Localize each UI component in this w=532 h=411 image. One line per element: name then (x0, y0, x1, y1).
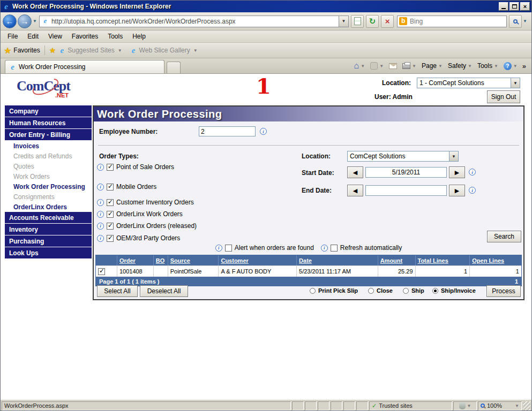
employee-number-input[interactable] (199, 126, 256, 136)
add-favorite-icon[interactable]: ★ (49, 46, 56, 55)
column-open-lines[interactable]: Open Lines (470, 255, 521, 265)
new-tab-button[interactable] (167, 62, 181, 73)
info-icon[interactable]: i (97, 211, 104, 218)
column-total-lines[interactable]: Total Lines (416, 255, 470, 265)
info-icon[interactable]: i (469, 169, 476, 176)
radio-close[interactable] (368, 288, 374, 294)
checkbox-customer-inventory-orders[interactable] (107, 199, 114, 206)
sidebar-item-accounts-receivable[interactable]: Accounts Receivable (5, 212, 92, 223)
radio-print-pick-slip[interactable] (310, 288, 316, 294)
info-icon[interactable]: i (215, 245, 222, 252)
sidebar-item-work-order-processing[interactable]: Work Order Processing (5, 181, 92, 192)
info-icon[interactable]: i (97, 199, 104, 206)
feeds-button[interactable]: ▼ (368, 60, 386, 72)
tab-work-order-processing[interactable]: e Work Order Processing (5, 60, 164, 73)
menu-favorites[interactable]: Favorites (67, 31, 103, 42)
radio-ship-invoice[interactable] (432, 288, 438, 294)
refresh-button[interactable]: ↻ (366, 15, 379, 28)
info-icon[interactable]: i (469, 187, 476, 194)
print-button[interactable]: ▼ (400, 60, 419, 72)
compatibility-view-button[interactable] (351, 15, 364, 28)
stop-button[interactable]: × (381, 15, 394, 28)
recent-pages-dropdown-icon[interactable]: ▼ (33, 19, 37, 24)
info-icon[interactable]: i (97, 235, 104, 242)
checkbox-mobile-orders[interactable] (107, 184, 114, 191)
column-amount[interactable]: Amount (378, 255, 416, 265)
sidebar-item-order-entry-billing[interactable]: Order Entry - Billing (5, 129, 92, 140)
sidebar-item-consignments[interactable]: Consignments (5, 192, 92, 202)
process-button[interactable]: Process (486, 285, 521, 297)
minimize-button[interactable] (499, 2, 508, 11)
suggested-sites-button[interactable]: Suggested Sites (68, 47, 114, 54)
info-icon[interactable]: i (260, 128, 267, 135)
table-row[interactable]: 1001408 PointOfSale A & F AUTO BODY 5/23… (96, 265, 521, 277)
page-menu[interactable]: Page▼ (419, 60, 445, 72)
back-button[interactable]: ← (3, 14, 17, 28)
checkbox-alert-when-orders-found[interactable] (225, 245, 232, 252)
end-date-input[interactable] (365, 185, 447, 196)
end-date-prev-button[interactable]: ◀ (347, 185, 363, 196)
column-customer[interactable]: Customer (219, 255, 297, 265)
sidebar-item-human-resources[interactable]: Human Resources (5, 117, 92, 128)
end-date-next-button[interactable]: ▶ (449, 185, 465, 196)
search-button[interactable]: Search (487, 231, 521, 242)
filter-location-select[interactable]: ComCept Solutions ▼ (347, 151, 459, 162)
close-button[interactable]: × (520, 2, 530, 11)
checkbox-refresh-automatically[interactable] (331, 245, 338, 252)
web-slice-gallery-button[interactable]: Web Slice Gallery (139, 47, 190, 54)
web-slice-dropdown-icon[interactable]: ▼ (193, 48, 198, 53)
pager-page-number[interactable]: 1 (515, 278, 518, 285)
read-mail-button[interactable] (386, 60, 400, 72)
start-date-input[interactable] (365, 167, 447, 178)
security-zone[interactable]: ✓ Trusted sites (369, 401, 452, 410)
info-icon[interactable]: i (97, 164, 104, 171)
menu-tools[interactable]: Tools (103, 31, 128, 42)
column-order[interactable]: Order (117, 255, 154, 265)
sidebar-item-look-ups[interactable]: Look Ups (5, 247, 92, 258)
checkbox-oem-3rd-party-orders[interactable] (107, 235, 114, 242)
sign-out-button[interactable]: Sign Out (487, 90, 520, 103)
forward-button[interactable]: → (18, 14, 32, 28)
sidebar-item-purchasing[interactable]: Purchasing (5, 235, 92, 247)
checkbox-orderlinx-work-orders[interactable] (107, 211, 114, 218)
help-button[interactable]: ?▼ (501, 60, 520, 72)
start-date-next-button[interactable]: ▶ (449, 166, 465, 178)
column-source[interactable]: Source (168, 255, 219, 265)
start-date-prev-button[interactable]: ◀ (347, 166, 363, 178)
safety-menu[interactable]: Safety▼ (445, 60, 475, 72)
tools-menu[interactable]: Tools▼ (475, 60, 501, 72)
search-go-button[interactable] (509, 15, 522, 28)
sidebar-item-work-orders[interactable]: Work Orders (5, 171, 92, 181)
deselect-all-button[interactable]: Deselect All (140, 285, 188, 297)
checkbox-orderlinx-orders-released[interactable] (107, 223, 114, 230)
sidebar-item-credits-and-refunds[interactable]: Credits and Refunds (5, 151, 92, 161)
sidebar-item-quotes[interactable]: Quotes (5, 161, 92, 171)
menu-edit[interactable]: Edit (23, 31, 43, 42)
zoom-control[interactable]: 100% ▼ (478, 401, 522, 410)
address-field[interactable]: e http://utopia.hq.comcept.net/WorkOrder… (39, 16, 339, 27)
select-all-button[interactable]: Select All (97, 285, 138, 297)
protected-mode-button[interactable]: ▼ (453, 401, 477, 410)
menu-help[interactable]: Help (128, 31, 151, 42)
info-icon[interactable]: i (97, 184, 104, 191)
search-options-dropdown-icon[interactable]: ▼ (523, 19, 527, 24)
column-bo[interactable]: BO (154, 255, 168, 265)
column-date[interactable]: Date (297, 255, 378, 265)
header-location-select[interactable]: 1 - ComCept Solutions ▼ (417, 78, 520, 88)
search-box[interactable]: b (397, 16, 507, 27)
maximize-button[interactable] (509, 2, 519, 11)
suggested-sites-dropdown-icon[interactable]: ▼ (118, 48, 122, 53)
radio-ship[interactable] (403, 288, 409, 294)
toolbar-overflow-button[interactable]: » (520, 62, 528, 70)
address-dropdown-button[interactable]: ▼ (339, 16, 349, 27)
favorites-button[interactable]: Favorites (13, 47, 40, 54)
sidebar-item-company[interactable]: Company (5, 105, 92, 117)
info-icon[interactable]: i (97, 223, 104, 230)
home-button[interactable]: ⌂▼ (351, 60, 368, 72)
resize-grip[interactable] (523, 401, 530, 410)
menu-view[interactable]: View (43, 31, 67, 42)
search-input[interactable] (410, 18, 505, 25)
checkbox-point-of-sale-orders[interactable] (107, 164, 114, 171)
sidebar-item-orderlinx-orders[interactable]: OrderLinx Orders (5, 202, 92, 212)
sidebar-item-inventory[interactable]: Inventory (5, 224, 92, 235)
